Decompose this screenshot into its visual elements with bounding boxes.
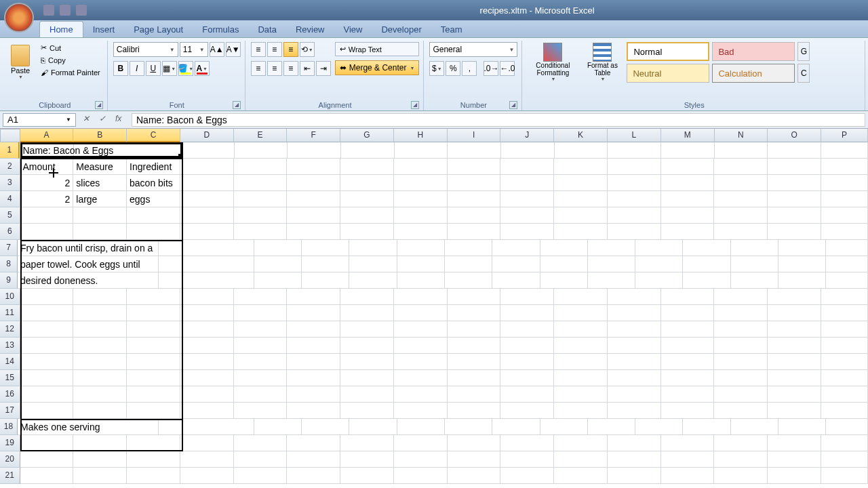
cell-N4[interactable] (714, 191, 768, 207)
cell-J5[interactable] (500, 207, 554, 224)
cell-P9[interactable] (826, 272, 868, 289)
row-header-21[interactable]: 21 (0, 468, 20, 484)
office-button[interactable] (4, 3, 34, 33)
font-name-combo[interactable]: Calibri▼ (113, 42, 178, 57)
cell-L10[interactable] (608, 289, 661, 305)
alignment-dialog-launcher[interactable]: ◢ (411, 101, 419, 109)
cell-L19[interactable] (608, 435, 661, 451)
row-header-12[interactable]: 12 (0, 321, 20, 338)
cell-D12[interactable] (180, 321, 234, 338)
col-header-a[interactable]: A (20, 129, 74, 142)
cell-P12[interactable] (821, 321, 868, 338)
cell-D8[interactable] (254, 256, 302, 272)
cell-J9[interactable] (540, 272, 588, 289)
cell-N12[interactable] (714, 321, 768, 338)
cell-L5[interactable] (608, 207, 661, 224)
cell-O12[interactable] (768, 321, 821, 338)
cell-I13[interactable] (448, 338, 501, 354)
select-all-corner[interactable] (0, 129, 20, 142)
cell-A10[interactable] (20, 289, 74, 305)
row-header-19[interactable]: 19 (0, 435, 20, 451)
cell-F9[interactable] (349, 272, 397, 289)
cell-K8[interactable] (588, 256, 635, 272)
cell-K14[interactable] (554, 354, 608, 370)
cell-L16[interactable] (608, 386, 661, 403)
underline-button[interactable]: U (146, 61, 161, 76)
col-header-j[interactable]: J (500, 129, 554, 142)
cell-M21[interactable] (661, 468, 715, 484)
copy-button[interactable]: ⎘Copy (38, 55, 103, 66)
cell-C12[interactable] (127, 321, 180, 338)
col-header-c[interactable]: C (127, 129, 180, 142)
cell-L21[interactable] (608, 468, 661, 484)
row-header-10[interactable]: 10 (0, 289, 20, 305)
qat-save-icon[interactable] (43, 5, 54, 16)
col-header-d[interactable]: D (180, 129, 234, 142)
border-button[interactable]: ▦▼ (162, 61, 177, 76)
cell-L9[interactable] (635, 272, 683, 289)
cell-O18[interactable] (778, 419, 826, 435)
cell-P2[interactable] (821, 159, 868, 175)
cell-K11[interactable] (554, 305, 608, 321)
cell-A14[interactable] (20, 354, 74, 370)
cell-M2[interactable] (661, 159, 715, 175)
cell-L1[interactable] (608, 142, 661, 159)
cell-M15[interactable] (661, 370, 715, 386)
orientation-button[interactable]: ⟲▼ (300, 42, 315, 57)
col-header-p[interactable]: P (821, 129, 868, 142)
cell-N16[interactable] (714, 386, 768, 403)
cell-J6[interactable] (500, 224, 554, 240)
cell-I16[interactable] (448, 386, 501, 403)
cell-K4[interactable] (554, 191, 608, 207)
increase-indent-button[interactable]: ⇥ (316, 61, 331, 76)
cell-E14[interactable] (234, 354, 288, 370)
cell-E2[interactable] (234, 159, 288, 175)
cell-B3[interactable]: slices (73, 175, 127, 191)
cell-N10[interactable] (714, 289, 768, 305)
row-header-20[interactable]: 20 (0, 451, 20, 468)
cell-L12[interactable] (608, 321, 661, 338)
cell-J11[interactable] (500, 305, 554, 321)
cell-D10[interactable] (180, 289, 234, 305)
tab-developer[interactable]: Developer (372, 22, 431, 37)
row-header-14[interactable]: 14 (0, 354, 20, 370)
cell-D1[interactable] (181, 142, 235, 159)
font-dialog-launcher[interactable]: ◢ (233, 101, 241, 109)
cell-H11[interactable] (394, 305, 448, 321)
cell-J10[interactable] (500, 289, 554, 305)
cell-D11[interactable] (180, 305, 234, 321)
cell-G11[interactable] (340, 305, 394, 321)
cell-H3[interactable] (394, 175, 448, 191)
cell-P4[interactable] (821, 191, 868, 207)
align-bottom-button[interactable]: ≡ (283, 42, 298, 57)
cell-F8[interactable] (349, 256, 397, 272)
cell-D16[interactable] (180, 386, 234, 403)
cell-A4[interactable]: 2 (20, 191, 74, 207)
cell-M20[interactable] (661, 451, 715, 468)
cell-P11[interactable] (821, 305, 868, 321)
cell-B7[interactable] (159, 240, 206, 256)
cell-A5[interactable] (20, 207, 74, 224)
cell-M17[interactable] (661, 403, 715, 419)
cell-K20[interactable] (554, 451, 608, 468)
cell-K19[interactable] (554, 435, 608, 451)
cell-F5[interactable] (287, 207, 340, 224)
cell-C11[interactable] (127, 305, 180, 321)
cell-P21[interactable] (821, 468, 868, 484)
number-format-combo[interactable]: General▼ (429, 42, 517, 57)
cell-H10[interactable] (394, 289, 448, 305)
cell-H6[interactable] (394, 224, 448, 240)
col-header-m[interactable]: M (661, 129, 715, 142)
row-header-13[interactable]: 13 (0, 338, 20, 354)
cell-B15[interactable] (73, 370, 127, 386)
row-header-18[interactable]: 18 (0, 419, 18, 435)
cell-M19[interactable] (661, 435, 715, 451)
tab-team[interactable]: Team (431, 22, 472, 37)
cell-C17[interactable] (127, 403, 180, 419)
row-header-1[interactable]: 1 (0, 142, 20, 159)
cell-A1[interactable]: Name: Bacon & Eggs (20, 142, 74, 159)
cell-B17[interactable] (73, 403, 127, 419)
cell-A19[interactable] (20, 435, 74, 451)
cell-J12[interactable] (500, 321, 554, 338)
qat-redo-icon[interactable] (76, 5, 87, 16)
